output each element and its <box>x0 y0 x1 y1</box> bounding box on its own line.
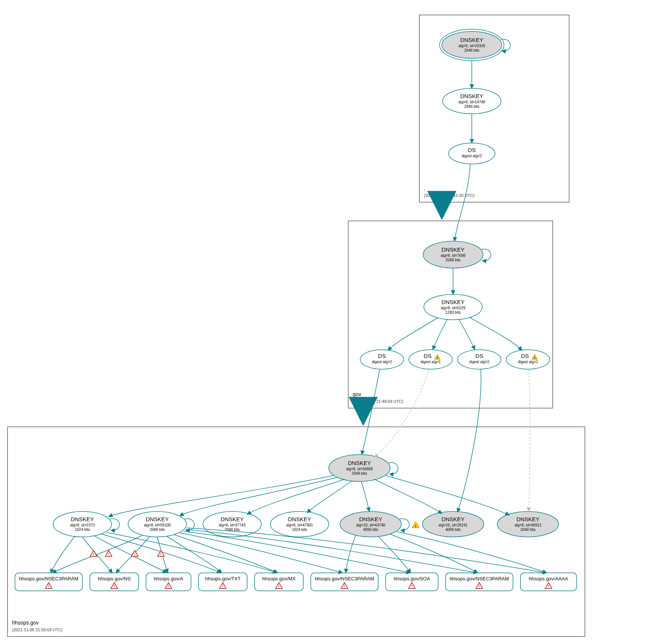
node-root-ds: DS digest alg=2 <box>449 143 495 164</box>
rec-mx: hhsops.gov/MX! <box>255 573 303 591</box>
svg-text:alg=10, id=43746: alg=10, id=43746 <box>356 523 385 527</box>
svg-text:hhsops.gov/NSEC3PARAM: hhsops.gov/NSEC3PARAM <box>450 576 509 581</box>
svg-text:2048 bits: 2048 bits <box>446 258 461 262</box>
svg-text:!: ! <box>134 552 135 556</box>
svg-text:1024 bits: 1024 bits <box>292 528 307 532</box>
rec-soa: hhsops.gov/SOA! <box>386 573 438 591</box>
zone-gov-name: gov <box>353 391 361 397</box>
svg-text:!: ! <box>93 552 94 556</box>
edge-ds2-hhsksk <box>374 369 429 458</box>
svg-text:DS: DS <box>424 353 432 359</box>
svg-text:digest alg=1: digest alg=1 <box>518 360 538 364</box>
warning-icon: ! <box>412 521 419 528</box>
svg-text:digest alg=1: digest alg=1 <box>420 360 441 364</box>
svg-text:DNSKEY: DNSKEY <box>71 516 94 522</box>
svg-text:alg=8, id=47901: alg=8, id=47901 <box>286 523 313 527</box>
svg-text:!: ! <box>113 584 115 589</box>
svg-text:!: ! <box>548 584 549 589</box>
svg-text:2048 bits: 2048 bits <box>464 48 480 52</box>
zone-root-timestamp: (2021-11-05 20:42:20 UTC) <box>424 193 474 198</box>
edge-govzsk-ds1 <box>388 318 438 350</box>
svg-text:1280 bits: 1280 bits <box>446 310 461 315</box>
edge-rootds-govksk <box>455 164 470 241</box>
edge-govzsk-ds4 <box>470 318 522 350</box>
svg-text:!: ! <box>411 584 412 589</box>
svg-text:!: ! <box>278 584 279 589</box>
svg-text:!: ! <box>344 584 345 589</box>
svg-text:alg=8, id=6229: alg=8, id=6229 <box>441 306 466 310</box>
svg-text:DNSKEY: DNSKEY <box>146 516 169 522</box>
svg-text:alg=8, id=14748: alg=8, id=14748 <box>458 100 485 104</box>
rec-aaaa: hhsops.gov/AAAA! <box>520 573 577 591</box>
svg-text:DNSKEY: DNSKEY <box>359 516 382 522</box>
self-loop <box>501 39 510 51</box>
svg-text:4096 bits: 4096 bits <box>363 528 379 532</box>
svg-text:!: ! <box>479 584 480 589</box>
svg-text:hhsops.gov/NSEC3PARAM: hhsops.gov/NSEC3PARAM <box>315 576 374 581</box>
edge-ds3-hhsk6 <box>458 369 481 512</box>
svg-text:DNSKEY: DNSKEY <box>441 246 465 253</box>
edge-ds4-hhsk7 <box>529 369 530 511</box>
svg-text:alg=8, id=59100: alg=8, id=59100 <box>144 523 171 527</box>
svg-text:hhsops.gov/NSEC3PARAM: hhsops.gov/NSEC3PARAM <box>19 576 79 581</box>
svg-text:!: ! <box>48 584 49 589</box>
error-icon: ! <box>105 550 112 556</box>
error-icon: ! <box>158 550 164 556</box>
node-gov-ds1: DS digest alg=2 <box>360 350 404 369</box>
node-hhs-k2: DNSKEY alg=8, id=59100 2048 bits <box>128 511 194 537</box>
node-hhs-k7: DNSKEY alg=8, id=40912 2048 bits <box>497 511 559 537</box>
svg-text:2048 bits: 2048 bits <box>464 104 480 109</box>
svg-text:DS: DS <box>521 353 529 359</box>
rec-a: hhsops.gov/A! <box>146 573 191 591</box>
node-hhs-k4: DNSKEY alg=8, id=47901 1024 bits <box>270 511 329 537</box>
zone-hhs-name: hhsops.gov <box>12 620 39 626</box>
svg-text:DNSKEY: DNSKEY <box>441 299 465 305</box>
svg-text:DS: DS <box>378 353 386 359</box>
svg-text:DNSKEY: DNSKEY <box>221 516 244 522</box>
svg-text:DNSKEY: DNSKEY <box>348 460 371 466</box>
rec-nsec3a: hhsops.gov/NSEC3PARAM! <box>15 573 82 591</box>
svg-text:alg=8, id=20326: alg=8, id=20326 <box>458 44 485 48</box>
zone-root-name: . <box>424 185 425 191</box>
node-gov-ds4: DS ! digest alg=1 <box>506 350 550 369</box>
svg-text:4096 bits: 4096 bits <box>446 528 461 532</box>
svg-text:alg=8, id=40912: alg=8, id=40912 <box>514 523 541 527</box>
rec-txt: hhsops.gov/TXT! <box>198 573 247 591</box>
svg-text:!: ! <box>437 356 438 360</box>
svg-text:DS: DS <box>476 353 483 359</box>
svg-text:DNSKEY: DNSKEY <box>441 516 465 522</box>
svg-text:alg=8, id=7698: alg=8, id=7698 <box>441 253 466 258</box>
node-hhs-k6: DNSKEY alg=10, id=28191 4096 bits <box>422 511 484 537</box>
node-gov-ds3: DS digest alg=2 <box>458 350 501 369</box>
node-gov-ds2: DS ! digest alg=1 <box>409 350 452 369</box>
node-hhs-k5: DNSKEY alg=10, id=43746 4096 bits <box>340 511 409 537</box>
rec-nsec3b: hhsops.gov/NSEC3PARAM! <box>311 573 378 591</box>
svg-text:!: ! <box>222 584 223 589</box>
zone-hhs-timestamp: (2021-11-05 21:50:03 UTC) <box>12 628 63 632</box>
node-root-zsk: DNSKEY alg=8, id=14748 2048 bits <box>443 88 501 114</box>
svg-text:hhsops.gov/TXT: hhsops.gov/TXT <box>205 576 241 581</box>
zone-gov-timestamp: (2021-11-05 21:49:59 UTC) <box>353 399 403 404</box>
svg-text:digest alg=2: digest alg=2 <box>469 360 490 364</box>
svg-text:alg=8, id=37743: alg=8, id=37743 <box>219 523 246 527</box>
rec-ns: hhsops.gov/NS! <box>90 573 139 591</box>
svg-text:hhsops.gov/SOA: hhsops.gov/SOA <box>394 576 430 581</box>
svg-text:hhsops.gov/MX: hhsops.gov/MX <box>262 576 296 581</box>
error-icon: ! <box>90 550 97 556</box>
svg-text:alg=8, id=2373: alg=8, id=2373 <box>70 523 95 527</box>
svg-text:!: ! <box>168 584 169 589</box>
svg-text:digest alg=2: digest alg=2 <box>372 360 392 364</box>
svg-text:DNSKEY: DNSKEY <box>460 37 483 43</box>
svg-text:!: ! <box>160 552 161 556</box>
error-icon: ! <box>131 550 138 556</box>
node-root-ksk: DNSKEY alg=8, id=20326 2048 bits <box>440 29 510 61</box>
svg-text:1024 bits: 1024 bits <box>75 528 90 532</box>
svg-text:!: ! <box>108 552 109 556</box>
node-hhs-ksk: DNSKEY alg=8, id=50665 2048 bits <box>329 455 398 482</box>
svg-text:alg=10, id=28191: alg=10, id=28191 <box>438 523 468 527</box>
svg-text:hhsops.gov/NS: hhsops.gov/NS <box>98 576 131 581</box>
svg-text:2048 bits: 2048 bits <box>352 471 367 476</box>
svg-text:DNSKEY: DNSKEY <box>516 516 540 522</box>
svg-text:DNSKEY: DNSKEY <box>460 93 483 99</box>
dnssec-graph: . (2021-11-05 20:42:20 UTC) DNSKEY alg=8… <box>0 0 665 644</box>
